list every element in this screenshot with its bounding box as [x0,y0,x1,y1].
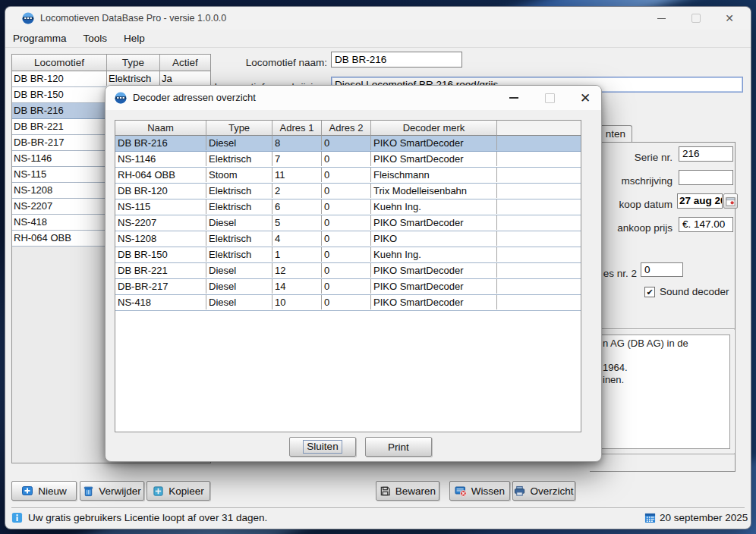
decoder-table-header: Naam Type Adres 1 Adres 2 Decoder merk [115,121,581,136]
menu-programma[interactable]: Programma [13,30,75,47]
notes-line [603,350,726,362]
title-bar[interactable]: Locomotieven DataBase Pro - versie 1.0.0… [5,7,751,30]
sound-decoder-checkbox[interactable]: ✔ [644,287,655,297]
column-header-adres1[interactable]: Adres 1 [272,121,322,136]
decoder-cell: 0 [322,199,371,214]
decoder-cell-filler [497,184,581,198]
decoder-cell: NS-1208 [115,231,206,246]
column-header-naam[interactable]: Naam [115,121,206,136]
bewaren-label: Bewaren [395,485,436,497]
decoder-cell: 0 [322,168,371,182]
decoder-overzicht-dialog: Decoder adressen overzicht ✕ Naam Type A… [105,85,602,462]
nieuw-button[interactable]: Nieuw [11,481,77,501]
desktop: Locomotieven DataBase Pro - versie 1.0.0… [0,0,756,534]
decoder-cell: DB BR-150 [115,247,206,262]
close-button[interactable]: ✕ [714,7,745,30]
decoder-cell: PIKO SmartDecoder [371,136,497,150]
dialog-maximize-button[interactable] [537,86,562,110]
license-status-message: Uw gratis gebruikers Licentie loopt af o… [28,512,267,523]
loco-cell: DB BR-120 [12,71,107,86]
notes-line: 1964. [603,362,726,374]
column-header-decoder-merk[interactable]: Decoder merk [371,121,497,136]
notes-textarea[interactable]: n AG (DB AG) in de 1964. inen. [599,335,730,449]
close-icon: ✕ [725,13,734,24]
decoder-row[interactable]: DB BR-221Diesel120PIKO SmartDecoder [115,263,581,279]
decoder-row[interactable]: NS-418Diesel100PIKO SmartDecoder [115,295,581,311]
decoder-cell: PIKO [371,231,497,246]
verwijder-button[interactable]: Verwijder [80,481,144,501]
decoder-cell: Fleischmann [371,168,497,182]
wissen-label: Wissen [471,485,505,497]
column-header-type[interactable]: Type [206,121,272,136]
decoder-cell: 0 [322,279,371,294]
decoder-cell: 4 [272,231,322,246]
adres-nr2-input[interactable]: 0 [641,262,683,277]
locomotief-naam-input[interactable]: DB BR-216 [331,52,462,68]
column-header-locomotief[interactable]: Locomotief [12,55,107,71]
loco-cell: RH-064 OBB [12,231,107,245]
decoder-cell: Elektrisch [206,199,272,214]
print-button[interactable]: Print [365,437,432,457]
minimize-icon [509,97,518,99]
aankoop-prijs-input[interactable]: €. 147.00 [679,217,733,232]
decoder-cell: 1 [272,247,322,262]
decoder-row[interactable]: NS-1208Elektrisch40PIKO [115,231,581,247]
notes-line: inen. [603,374,726,386]
dialog-app-icon [115,92,127,104]
loco-cell: NS-115 [12,167,107,181]
minimize-button[interactable] [646,7,676,30]
omschrijving2-input[interactable] [679,170,733,185]
decoder-cell: DB BR-221 [115,263,206,278]
decoder-row[interactable]: DB BR-150Elektrisch10Kuehn Ing. [115,247,581,263]
maximize-icon [545,93,555,103]
decoder-cell: DB BR-120 [115,184,206,198]
wissen-button[interactable]: Wissen [449,481,510,501]
decoder-row[interactable]: DB-BR-217Diesel140PIKO SmartDecoder [115,279,581,295]
decoder-cell: PIKO SmartDecoder [371,152,497,166]
loco-cell: NS-1208 [12,183,107,197]
decoder-cell-filler [497,168,581,182]
close-icon: ✕ [580,92,591,105]
loco-cell: NS-418 [12,215,107,229]
decoder-row[interactable]: NS-1146Elektrisch70PIKO SmartDecoder [115,152,581,168]
dialog-minimize-button[interactable] [502,86,526,110]
decoder-cell-filler [497,263,581,278]
column-header-adres2[interactable]: Adres 2 [322,121,371,136]
decoder-row[interactable]: DB BR-216Diesel80PIKO SmartDecoder [115,136,581,152]
serie-nr-input[interactable]: 216 [679,146,733,162]
menu-help[interactable]: Help [115,30,153,47]
decoder-cell: DB BR-216 [115,136,206,150]
decoder-cell: Diesel [206,279,272,294]
decoder-cell-filler [497,247,581,262]
decoder-cell: PIKO SmartDecoder [371,295,497,309]
bewaren-button[interactable]: Bewaren [376,481,439,501]
decoder-cell: 5 [272,215,322,230]
decoder-cell: NS-115 [115,199,206,214]
decoder-cell: DB-BR-217 [115,279,206,294]
decoder-cell: Elektrisch [206,184,272,198]
dialog-title-bar[interactable]: Decoder adressen overzicht ✕ [106,86,601,110]
menu-tools[interactable]: Tools [75,30,116,47]
decoder-cell-filler [497,231,581,246]
aankoop-datum-input[interactable]: 27 aug 2025 [677,193,723,209]
date-picker-button[interactable] [723,193,738,209]
decoder-cell: NS-418 [115,295,206,309]
info-icon [11,512,23,523]
decoder-row[interactable]: DB BR-120Elektrisch20Trix Modelleisenbah… [115,184,581,199]
maximize-button[interactable] [681,7,711,30]
decoder-cell: 0 [322,184,371,198]
decoder-cell: 0 [322,295,371,309]
kopieer-button[interactable]: Kopieer [146,481,210,501]
decoder-cell-filler [497,295,581,309]
new-icon [21,485,33,497]
window-title: Locomotieven DataBase Pro - versie 1.0.0… [40,7,226,30]
sluiten-button[interactable]: Sluiten [289,437,356,457]
decoder-cell: 11 [272,168,322,182]
dialog-close-button[interactable]: ✕ [572,86,599,110]
overzicht-button[interactable]: Overzicht [512,481,575,501]
decoder-cell-filler [497,199,581,214]
decoder-row[interactable]: NS-115Elektrisch60Kuehn Ing. [115,199,581,215]
decoder-cell-filler [497,136,581,150]
decoder-row[interactable]: RH-064 OBBStoom110Fleischmann [115,168,581,184]
decoder-row[interactable]: NS-2207Diesel50PIKO SmartDecoder [115,215,581,231]
